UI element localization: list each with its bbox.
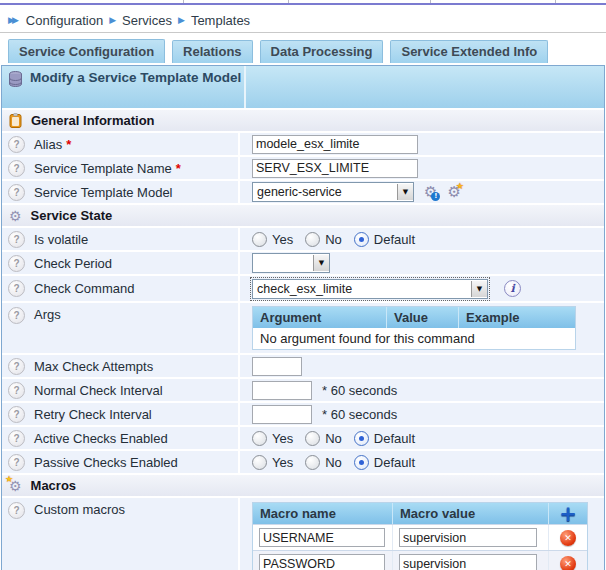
help-icon[interactable]: ? [8, 280, 25, 297]
help-icon[interactable]: ? [8, 136, 25, 153]
section-title: Service State [31, 208, 113, 223]
check-period-select[interactable]: ▼ [252, 253, 330, 273]
help-icon[interactable]: ? [8, 184, 25, 201]
add-macro-button[interactable]: + [559, 507, 577, 521]
radio-default-label: Default [374, 232, 415, 247]
template-model-label: Service Template Model [34, 185, 173, 200]
required-asterisk: * [176, 161, 181, 176]
template-model-selected-value: generic-service [253, 185, 397, 199]
args-label: Args [34, 307, 61, 322]
radio-yes-label: Yes [272, 455, 293, 470]
gear-icon: ⚙ [9, 209, 22, 223]
dropdown-arrow-icon[interactable]: ▼ [471, 281, 487, 297]
section-general-information: General Information [2, 108, 604, 133]
menubar-divider [183, 0, 184, 3]
template-model-select[interactable]: generic-service ▼ [252, 182, 414, 202]
radio-no[interactable] [305, 431, 320, 446]
delete-macro-button[interactable]: ✕ [560, 530, 576, 546]
radio-default[interactable] [354, 431, 369, 446]
args-table-header: Argument Value Example [253, 307, 575, 328]
radio-default[interactable] [354, 232, 369, 247]
radio-yes-label: Yes [272, 232, 293, 247]
passive-checks-label: Passive Checks Enabled [34, 455, 178, 470]
row-passive-checks: ? Passive Checks Enabled Yes No Default [2, 451, 604, 475]
interval-unit-text: * 60 seconds [322, 407, 397, 422]
macros-header-name: Macro name [253, 503, 393, 524]
active-checks-label: Active Checks Enabled [34, 431, 168, 446]
macros-header-add: + [549, 503, 587, 524]
help-icon[interactable]: ? [8, 454, 25, 471]
custom-macros-label: Custom macros [34, 502, 125, 517]
tab-service-configuration[interactable]: Service Configuration [8, 39, 165, 63]
chevron-right-icon: ▶ [109, 15, 116, 25]
breadcrumb-templates[interactable]: Templates [191, 13, 250, 28]
retry-check-interval-input[interactable] [252, 405, 312, 424]
radio-no-label: No [325, 431, 342, 446]
check-period-label: Check Period [34, 256, 112, 271]
edit-template-icon[interactable]: ⚙★ [447, 185, 460, 200]
section-service-state: ⚙ Service State [2, 205, 604, 228]
help-icon[interactable]: ? [8, 160, 25, 177]
row-retry-check-interval: ? Retry Check Interval * 60 seconds [2, 403, 604, 427]
radio-yes[interactable] [252, 232, 267, 247]
row-normal-check-interval: ? Normal Check Interval * 60 seconds [2, 379, 604, 403]
radio-yes[interactable] [252, 431, 267, 446]
breadcrumb: ▶▶ Configuration ▶ Services ▶ Templates [0, 8, 606, 32]
row-max-check-attempts: ? Max Check Attempts [2, 355, 604, 379]
macro-name-input[interactable] [259, 554, 385, 570]
args-header-value: Value [387, 307, 459, 328]
help-icon[interactable]: ? [8, 502, 25, 519]
template-name-input[interactable] [252, 159, 418, 178]
normal-check-interval-label: Normal Check Interval [34, 383, 163, 398]
row-template-name: ? Service Template Name * [2, 157, 604, 181]
breadcrumb-configuration[interactable]: Configuration [26, 13, 103, 28]
radio-default[interactable] [354, 455, 369, 470]
form-header: Modify a Service Template Model [2, 66, 604, 108]
macros-header-value: Macro value [393, 503, 549, 524]
command-info-icon[interactable]: i [504, 280, 521, 297]
max-check-attempts-label: Max Check Attempts [34, 359, 153, 374]
radio-no[interactable] [305, 232, 320, 247]
help-icon[interactable]: ? [8, 358, 25, 375]
row-active-checks: ? Active Checks Enabled Yes No Default [2, 427, 604, 451]
check-command-selected-value: check_esx_limite [253, 282, 471, 296]
delete-macro-button[interactable]: ✕ [560, 556, 576, 570]
macro-name-input[interactable] [259, 528, 385, 547]
radio-default-label: Default [374, 431, 415, 446]
args-header-example: Example [459, 307, 575, 328]
view-template-info-icon[interactable]: ⚙! [424, 185, 437, 200]
radio-no[interactable] [305, 455, 320, 470]
alias-input[interactable] [252, 135, 418, 154]
check-command-select[interactable]: check_esx_limite ▼ [252, 279, 488, 299]
passive-checks-radio-group: Yes No Default [252, 455, 422, 470]
section-macros: ⚙★ Macros [2, 475, 604, 498]
tab-bar: Service Configuration Relations Data Pro… [0, 33, 606, 63]
clipboard-icon [9, 113, 22, 128]
macro-value-input[interactable] [399, 528, 537, 547]
max-check-attempts-input[interactable] [252, 357, 302, 376]
dropdown-arrow-icon[interactable]: ▼ [397, 184, 413, 200]
section-title: General Information [31, 113, 155, 128]
help-icon[interactable]: ? [8, 255, 25, 272]
help-icon[interactable]: ? [8, 231, 25, 248]
help-icon[interactable]: ? [8, 307, 25, 324]
top-menubar-remnant [0, 0, 606, 8]
template-name-label: Service Template Name [34, 161, 172, 176]
interval-unit-text: * 60 seconds [322, 383, 397, 398]
normal-check-interval-input[interactable] [252, 381, 312, 400]
radio-no-label: No [325, 232, 342, 247]
help-icon[interactable]: ? [8, 406, 25, 423]
macro-value-input[interactable] [399, 554, 537, 570]
radio-yes-label: Yes [272, 431, 293, 446]
tab-data-processing[interactable]: Data Processing [260, 40, 384, 63]
macros-table-header: Macro name Macro value + [253, 503, 587, 524]
dropdown-arrow-icon[interactable]: ▼ [313, 255, 329, 271]
page-title: Modify a Service Template Model [30, 69, 241, 108]
help-icon[interactable]: ? [8, 430, 25, 447]
tab-relations[interactable]: Relations [172, 40, 253, 63]
breadcrumb-services[interactable]: Services [122, 13, 172, 28]
radio-yes[interactable] [252, 455, 267, 470]
help-icon[interactable]: ? [8, 382, 25, 399]
tab-service-extended-info[interactable]: Service Extended Info [390, 40, 548, 63]
macro-row: ✕ [253, 550, 587, 570]
